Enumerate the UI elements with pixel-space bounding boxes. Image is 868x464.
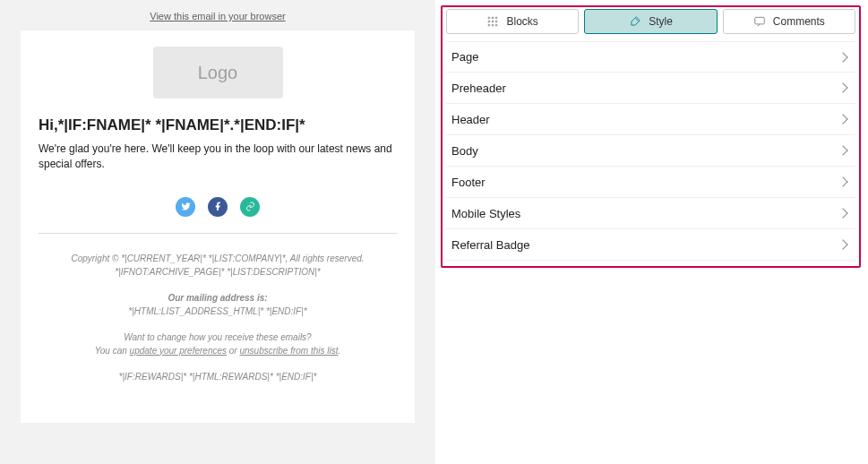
copyright-line-2: *|IFNOT:ARCHIVE_PAGE|* *|LIST:DESCRIPTIO… [39, 265, 397, 279]
svg-point-5 [496, 21, 498, 22]
side-panel: Blocks Style Comments Page Preheader Hea… [441, 5, 861, 268]
tab-blocks[interactable]: Blocks [446, 9, 579, 34]
svg-point-6 [489, 24, 491, 26]
facebook-icon[interactable] [208, 197, 228, 217]
tab-comments-label: Comments [773, 15, 825, 28]
tab-comments[interactable]: Comments [723, 9, 855, 34]
style-section-list: Page Preheader Header Body Footer Mobile… [446, 41, 855, 261]
svg-point-3 [489, 21, 491, 22]
tab-style[interactable]: Style [584, 9, 717, 34]
greeting-heading[interactable]: Hi,*|IF:FNAME|* *|FNAME|*.*|END:IF|* [39, 116, 397, 134]
pref-post: . [339, 346, 341, 356]
mailing-address-heading: Our mailing address is: [39, 291, 397, 305]
brush-icon [629, 15, 641, 28]
unsubscribe-link[interactable]: unsubscribe from this list [239, 346, 338, 356]
email-preview-pane: View this email in your browser Logo Hi,… [0, 0, 435, 464]
footer-text: Copyright © *|CURRENT_YEAR|* *|LIST:COMP… [39, 252, 397, 383]
style-row-label: Page [451, 50, 478, 64]
chevron-right-icon [838, 145, 847, 155]
style-row-label: Referral Badge [451, 238, 529, 252]
social-row [39, 197, 397, 217]
style-row-label: Mobile Styles [451, 207, 520, 220]
footer-divider [39, 233, 397, 234]
svg-point-7 [493, 24, 494, 26]
pref-pre: You can [95, 346, 130, 356]
style-row-label: Body [451, 144, 478, 158]
style-row-label: Footer [451, 176, 486, 189]
tab-blocks-label: Blocks [506, 15, 537, 28]
comment-icon [753, 15, 766, 28]
style-row-label: Preheader [451, 82, 506, 95]
style-row-footer[interactable]: Footer [446, 167, 855, 198]
logo-placeholder[interactable]: Logo [153, 47, 283, 99]
panel-tabs: Blocks Style Comments [446, 9, 855, 34]
svg-point-2 [496, 17, 498, 19]
preferences-line: You can update your preferences or unsub… [39, 344, 397, 357]
preferences-question: Want to change how you receive these ema… [39, 331, 397, 344]
twitter-icon[interactable] [176, 197, 195, 217]
svg-point-4 [493, 21, 494, 22]
style-row-referral-badge[interactable]: Referral Badge [446, 229, 855, 261]
pref-mid: or [227, 346, 239, 356]
svg-point-1 [493, 17, 494, 19]
tab-style-label: Style [649, 15, 673, 28]
style-row-preheader[interactable]: Preheader [446, 73, 855, 104]
style-row-label: Header [451, 113, 490, 126]
rewards-tag: *|IF:REWARDS|* *|HTML:REWARDS|* *|END:IF… [39, 370, 397, 383]
style-row-body[interactable]: Body [446, 135, 855, 167]
chevron-right-icon [838, 114, 847, 124]
copyright-line: Copyright © *|CURRENT_YEAR|* *|LIST:COMP… [39, 252, 397, 265]
svg-rect-9 [755, 17, 765, 24]
svg-point-0 [489, 17, 491, 19]
chevron-right-icon [838, 208, 847, 218]
update-preferences-link[interactable]: update your preferences [130, 346, 227, 356]
svg-point-8 [496, 24, 498, 26]
view-in-browser-link[interactable]: View this email in your browser [5, 5, 430, 30]
chevron-right-icon [838, 239, 847, 249]
chevron-right-icon [838, 176, 847, 186]
grid-icon [486, 15, 499, 28]
style-row-header[interactable]: Header [446, 104, 855, 135]
chevron-right-icon [838, 52, 847, 62]
email-card: Logo Hi,*|IF:FNAME|* *|FNAME|*.*|END:IF|… [21, 30, 415, 423]
chevron-right-icon [838, 82, 847, 92]
link-icon[interactable] [240, 197, 260, 217]
side-panel-wrap: Blocks Style Comments Page Preheader Hea… [435, 0, 868, 464]
body-text[interactable]: We're glad you're here. We'll keep you i… [39, 142, 397, 172]
style-row-page[interactable]: Page [446, 41, 855, 73]
style-row-mobile-styles[interactable]: Mobile Styles [446, 198, 855, 229]
mailing-address-value: *|HTML:LIST_ADDRESS_HTML|* *|END:IF|* [39, 305, 397, 318]
